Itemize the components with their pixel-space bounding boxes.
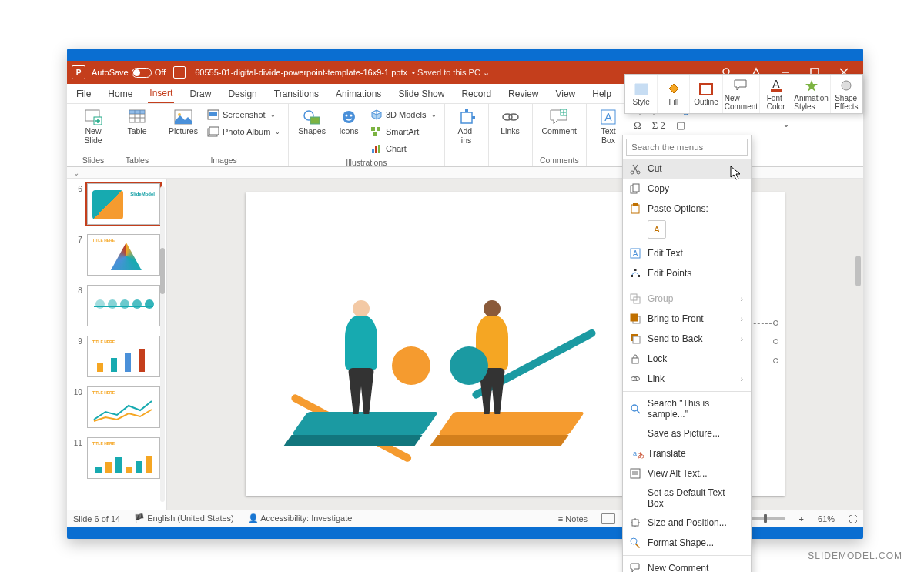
font-color-button[interactable]: AFont Color — [760, 75, 792, 113]
menu-item-edit-points[interactable]: Edit Points — [623, 263, 751, 283]
links-button[interactable]: Links — [495, 107, 526, 138]
slide-thumbnail[interactable]: 11TITLE HERE — [72, 437, 160, 479]
tab-review[interactable]: Review — [507, 85, 540, 102]
document-filename[interactable]: 60555-01-digital-divide-powerpoint-templ… — [195, 68, 407, 77]
thumbnail-number: 6 — [72, 183, 82, 225]
menu-item-paste[interactable]: Paste Options: — [623, 199, 751, 219]
menu-item-label: New Comment — [648, 563, 708, 572]
resize-handle[interactable] — [773, 320, 778, 326]
slide-illustration — [292, 239, 600, 470]
svg-rect-21 — [209, 127, 219, 135]
table-button[interactable]: Table — [122, 107, 152, 138]
slide-counter[interactable]: Slide 6 of 14 — [73, 514, 120, 523]
menu-item-copy[interactable]: Copy — [623, 179, 751, 199]
new-slide-icon — [83, 109, 103, 125]
tab-home[interactable]: Home — [106, 85, 134, 102]
symbol-omega[interactable]: Ω — [634, 119, 641, 132]
slide-thumbnail[interactable]: 7TITLE HERE — [72, 234, 160, 276]
search-icon — [629, 403, 641, 415]
svg-rect-72 — [631, 469, 640, 478]
animation-styles-button[interactable]: Animation Styles — [792, 75, 830, 113]
zoom-level[interactable]: 61% — [818, 514, 835, 523]
menu-item-translate[interactable]: aあTranslate — [623, 443, 751, 463]
svg-point-26 — [350, 115, 352, 117]
tab-file[interactable]: File — [75, 85, 92, 102]
svg-text:a: a — [633, 450, 637, 457]
slide-canvas-area[interactable]: Slid This is sampl how to use a — [167, 179, 863, 510]
save-icon[interactable] — [173, 66, 186, 79]
thumbnails-scrollbar[interactable] — [160, 186, 165, 502]
menu-item-alt-text[interactable]: View Alt Text... — [623, 463, 751, 483]
slide-thumbnail[interactable]: 9TITLE HERE — [72, 336, 160, 377]
tab-record[interactable]: Record — [460, 85, 493, 102]
menu-item-edit-text[interactable]: AEdit Text — [623, 243, 751, 263]
fit-to-window-button[interactable]: ⛶ — [849, 514, 857, 523]
lock-icon — [629, 353, 641, 365]
menu-item-new-comment[interactable]: New Comment — [623, 558, 751, 572]
menu-item-default-tb[interactable]: Set as Default Text Box — [623, 483, 751, 513]
chevron-down-icon[interactable]: ⌄ — [782, 119, 790, 129]
screenshot-button[interactable]: Screenshot⌄ — [206, 107, 282, 122]
resize-handle[interactable] — [773, 339, 778, 344]
chart-button[interactable]: Chart — [369, 141, 438, 156]
zoom-in-button[interactable]: + — [799, 514, 804, 523]
photo-album-button[interactable]: Photo Album⌄ — [206, 124, 282, 139]
tab-transitions[interactable]: Transitions — [273, 85, 320, 102]
svg-rect-62 — [631, 314, 638, 321]
menu-item-link[interactable]: Link› — [623, 369, 751, 389]
ribbon-group-comments: Comment Comments — [533, 104, 588, 166]
tab-help[interactable]: Help — [591, 85, 613, 102]
shape-effects-button[interactable]: Shape Effects — [831, 75, 862, 113]
svg-text:A: A — [772, 78, 780, 90]
menu-item-lock[interactable]: Lock — [623, 349, 751, 369]
style-button[interactable]: Style — [625, 75, 658, 113]
smartart-button[interactable]: SmartArt — [369, 124, 438, 139]
menu-item-save-pic[interactable]: Save as Picture... — [623, 423, 751, 443]
menu-item-search[interactable]: Search "This is sample..." — [623, 394, 751, 423]
menu-item-bring-front[interactable]: Bring to Front› — [623, 309, 751, 329]
language-status[interactable]: 🏴 English (United States) — [134, 513, 234, 523]
ribbon-group-illustrations: Shapes Icons 3D Models⌄ SmartArt Chart I… — [289, 104, 444, 166]
alt-text-icon — [629, 467, 641, 480]
slide-thumbnail[interactable]: 8 — [72, 285, 160, 326]
pictures-button[interactable]: Pictures — [166, 107, 201, 138]
menu-item-format-shape[interactable]: Format Shape... — [623, 533, 751, 553]
menu-item-size-pos[interactable]: Size and Position... — [623, 513, 751, 533]
menu-item-cut[interactable]: Cut — [623, 159, 751, 179]
menu-item-send-back[interactable]: Send to Back› — [623, 329, 751, 349]
shapes-button[interactable]: Shapes — [295, 107, 329, 138]
textbox-button[interactable]: AText Box — [593, 107, 624, 146]
tab-draw[interactable]: Draw — [188, 85, 213, 102]
svg-rect-58 — [634, 269, 637, 271]
canvas-scrollbar[interactable] — [855, 202, 861, 356]
symbol-sigma[interactable]: Σ 2 — [652, 119, 665, 132]
symbol-box[interactable]: ▢ — [676, 119, 685, 131]
tab-slideshow[interactable]: Slide Show — [397, 85, 446, 102]
notes-button[interactable]: ≡ Notes — [558, 514, 588, 523]
comment-button[interactable]: Comment — [539, 107, 581, 138]
new-slide-button[interactable]: New Slide — [78, 107, 109, 146]
outline-button[interactable]: Outline — [690, 75, 722, 113]
send-back-icon — [629, 333, 641, 345]
normal-view-button[interactable] — [601, 513, 615, 524]
slide-thumbnail[interactable]: 10TITLE HERE — [72, 386, 160, 428]
menu-item-label: Translate — [648, 448, 686, 459]
fill-button[interactable]: Fill — [658, 75, 690, 113]
tab-view[interactable]: View — [554, 85, 577, 102]
icons-button[interactable]: Icons — [333, 107, 364, 138]
new-comment-button[interactable]: New Comment — [723, 75, 760, 113]
tab-animations[interactable]: Animations — [334, 85, 383, 102]
resize-handle[interactable] — [773, 358, 778, 363]
3d-models-button[interactable]: 3D Models⌄ — [369, 107, 438, 122]
tab-design[interactable]: Design — [226, 85, 258, 102]
menu-search-input[interactable] — [626, 139, 748, 156]
autosave-toggle[interactable]: AutoSave Off — [92, 68, 166, 78]
format-shape-icon — [629, 537, 641, 549]
toggle-icon[interactable] — [132, 68, 152, 78]
accessibility-status[interactable]: 👤 Accessibility: Investigate — [248, 513, 353, 523]
addins-button[interactable]: Add- ins — [451, 107, 482, 146]
tab-insert[interactable]: Insert — [148, 85, 174, 103]
paste-option-keep-text[interactable]: A — [648, 220, 666, 239]
menu-item-label: Copy — [648, 183, 669, 194]
slide-thumbnail[interactable]: 6SlideModel — [72, 183, 160, 225]
